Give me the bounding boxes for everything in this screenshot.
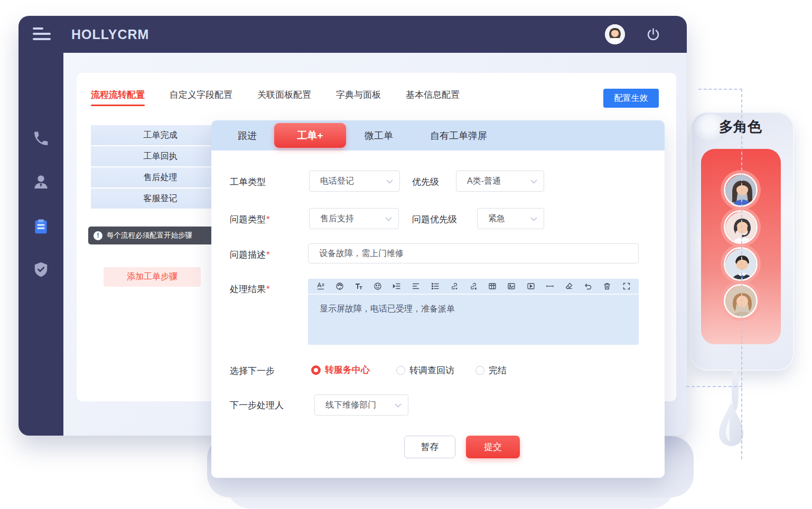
tab-ticket-plus[interactable]: 工单+ (274, 123, 346, 148)
emoji-icon[interactable] (374, 282, 382, 291)
save-draft-button[interactable]: 暂存 (404, 436, 455, 458)
warning-text: 每个流程必须配置开始步骤 (107, 231, 192, 240)
roles-title: 多角色 (719, 117, 762, 136)
add-step-button[interactable]: 添加工单步骤 (104, 267, 201, 287)
result-editor-text[interactable]: 显示屏故障，电话已受理，准备派单 (308, 295, 639, 324)
eraser-icon[interactable] (564, 282, 573, 291)
video-icon[interactable] (526, 282, 535, 291)
workflow-step-list: 工单完成 工单回执 售后处理 客服登记 (91, 125, 230, 210)
apply-config-button[interactable]: 配置生效 (603, 89, 659, 108)
screenshot-canvas: HOLLYCRM (0, 0, 812, 509)
chevron-down-icon (386, 176, 393, 186)
undo-icon[interactable] (584, 282, 593, 291)
text-style-icon[interactable] (316, 282, 325, 291)
ticket-type-label: 工单类型 (230, 176, 266, 188)
tab-flow-config[interactable]: 流程流转配置 (91, 89, 145, 106)
submit-button[interactable]: 提交 (466, 436, 520, 458)
image-icon[interactable] (507, 282, 516, 291)
required-mark: * (266, 250, 270, 260)
user-avatar[interactable] (605, 24, 625, 44)
next-handler-select[interactable]: 线下维修部门 (314, 394, 408, 416)
app-sidebar (18, 53, 63, 436)
modal-tab-bar: 跟进 工单+ 微工单 自有工单弹屏 (211, 120, 665, 150)
radio-survey-callback[interactable]: 转调查回访 (396, 364, 454, 376)
required-mark: * (266, 214, 270, 224)
table-icon[interactable] (488, 282, 497, 291)
dashed-line-bottom (686, 386, 742, 387)
contacts-icon[interactable] (32, 173, 50, 191)
issue-priority-label: 问题优先级 (412, 213, 457, 225)
tab-basic-info[interactable]: 基本信息配置 (406, 89, 460, 106)
radio-finish[interactable]: 完结 (475, 364, 507, 376)
list-item-step[interactable]: 工单回执 (91, 146, 230, 166)
palette-icon[interactable] (335, 282, 344, 291)
priority-select[interactable]: A类-普通 (456, 171, 544, 192)
tab-dictionary-panel[interactable]: 字典与面板 (336, 89, 381, 106)
role-avatar-female-agent (724, 173, 758, 207)
radio-service-center[interactable]: 转服务中心 (311, 364, 370, 376)
app-title: HOLLYCRM (71, 27, 149, 42)
role-avatar-headset-agent (724, 210, 758, 244)
issue-type-select[interactable]: 售后支持 (309, 208, 399, 229)
next-handler-label: 下一步处理人 (230, 399, 284, 411)
list-icon[interactable] (431, 282, 440, 291)
editor-toolbar (308, 279, 639, 295)
ticket-form-modal: 跟进 工单+ 微工单 自有工单弹屏 工单类型 电话登记 优先级 A类-普通 问题… (211, 120, 665, 478)
next-step-label: 选择下一步 (230, 365, 275, 377)
list-item-step[interactable]: 客服登记 (91, 188, 230, 209)
fullscreen-icon[interactable] (622, 282, 631, 291)
required-mark: * (266, 284, 270, 294)
issue-priority-select[interactable]: 紧急 (477, 208, 544, 229)
list-item-step[interactable]: 工单完成 (91, 125, 230, 145)
role-avatar-male-manager (724, 247, 758, 281)
dashed-line-top (698, 89, 742, 90)
config-tab-bar: 流程流转配置 自定义字段配置 关联面板配置 字典与面板 基本信息配置 (91, 89, 460, 106)
power-icon[interactable] (646, 27, 660, 42)
font-size-icon[interactable] (354, 282, 363, 291)
role-avatar-female-customer (724, 284, 758, 318)
dashed-line-vertical (741, 89, 742, 459)
warning-tooltip: ! 每个流程必须配置开始步骤 (88, 227, 218, 244)
tab-custom-fields[interactable]: 自定义字段配置 (170, 89, 232, 106)
link-add-icon[interactable] (450, 282, 459, 291)
ticket-type-select[interactable]: 电话登记 (309, 171, 400, 192)
chevron-down-icon (530, 176, 537, 186)
horizontal-rule-icon[interactable] (545, 282, 554, 291)
link-remove-icon[interactable] (469, 282, 478, 291)
chevron-down-icon (385, 214, 392, 223)
result-rich-editor[interactable]: 显示屏故障，电话已受理，准备派单 (308, 279, 639, 345)
security-shield-icon[interactable] (32, 261, 50, 278)
chevron-down-icon (530, 214, 537, 223)
tab-own-ticket-popup[interactable]: 自有工单弹屏 (430, 129, 487, 142)
indent-icon[interactable] (393, 282, 402, 291)
chevron-down-icon (395, 400, 402, 410)
issue-desc-label: 问题描述* (230, 249, 270, 261)
issue-type-label: 问题类型* (230, 213, 270, 225)
result-label: 处理结果* (230, 283, 270, 295)
priority-label: 优先级 (412, 176, 439, 188)
radio-unselected-icon (396, 366, 405, 375)
trash-icon[interactable] (603, 282, 612, 291)
align-icon[interactable] (412, 282, 421, 291)
radio-unselected-icon (475, 366, 484, 375)
tab-micro-ticket[interactable]: 微工单 (365, 129, 393, 142)
tab-follow-up[interactable]: 跟进 (238, 129, 257, 142)
ticket-clipboard-icon[interactable] (32, 218, 50, 235)
app-header: HOLLYCRM (18, 16, 687, 53)
menu-icon[interactable] (33, 27, 51, 41)
tab-linked-panel[interactable]: 关联面板配置 (257, 89, 311, 106)
issue-desc-input[interactable]: 设备故障，需上门维修 (308, 243, 639, 263)
droplet-decoration (714, 401, 748, 454)
phone-icon[interactable] (32, 130, 50, 147)
radio-selected-icon (311, 365, 321, 375)
list-item-step[interactable]: 售后处理 (91, 167, 230, 187)
exclamation-icon: ! (94, 231, 102, 240)
